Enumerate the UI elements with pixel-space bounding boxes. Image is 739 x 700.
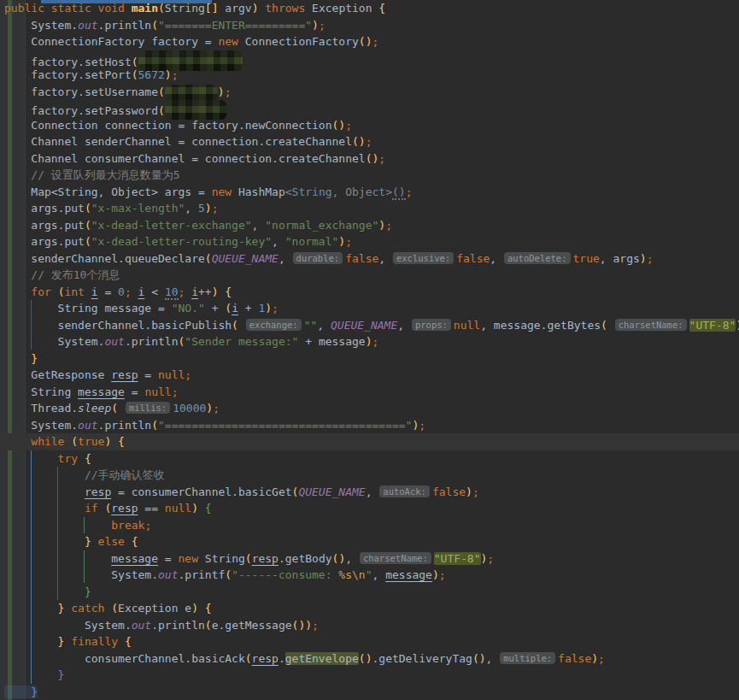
code-token: 5672 xyxy=(138,68,165,81)
code-token: 0 xyxy=(118,285,125,298)
code-token: ) xyxy=(640,252,647,265)
code-line[interactable]: //手动确认签收 xyxy=(0,467,739,484)
code-token: () xyxy=(359,35,372,48)
code-token: int xyxy=(64,285,84,298)
code-line[interactable]: } xyxy=(0,684,739,700)
code-token: , xyxy=(397,319,411,332)
code-token: // 发布10个消息 xyxy=(4,268,120,281)
code-token: ( xyxy=(158,85,165,98)
code-token: ; xyxy=(172,68,179,81)
code-token: ( xyxy=(158,2,165,15)
code-token: sleep xyxy=(78,402,111,415)
code-token: GetResponse xyxy=(4,368,111,381)
code-token: , args xyxy=(600,252,640,265)
code-token: ) xyxy=(366,335,372,348)
code-line[interactable]: } xyxy=(0,667,739,684)
code-token: ) xyxy=(591,652,598,665)
code-token: } xyxy=(4,668,64,681)
code-token: ( xyxy=(245,552,252,565)
code-line[interactable]: } finally { xyxy=(0,633,739,650)
code-line[interactable]: } xyxy=(0,584,739,601)
code-token: "UTF-8" xyxy=(689,319,736,332)
code-token: Map<String, Object> args = xyxy=(4,185,212,198)
code-line[interactable]: Channel consumerChannel = connection.cre… xyxy=(0,150,739,168)
code-token: true xyxy=(78,435,104,448)
code-token: ( xyxy=(225,568,232,581)
code-line[interactable]: factory.setPassword( xyxy=(0,100,739,117)
code-token: Channel consumerChannel = connection.cre… xyxy=(4,152,366,165)
code-line[interactable]: } else { xyxy=(0,533,739,550)
code-line[interactable]: String message = "NO." + (i + 1); xyxy=(0,300,739,317)
code-line[interactable]: System.out.println("====================… xyxy=(0,417,739,434)
code-token xyxy=(607,319,614,332)
code-line[interactable]: Connection connection = factory.newConne… xyxy=(0,117,739,134)
code-line[interactable]: System.out.println("=======ENTER========… xyxy=(0,17,739,34)
code-token: throws xyxy=(258,2,312,15)
code-token: null xyxy=(454,319,480,332)
code-line[interactable]: String message = null; xyxy=(0,384,739,401)
code-token: ( xyxy=(158,104,165,117)
code-token: out xyxy=(78,19,97,32)
code-line[interactable]: if (resp == null) { xyxy=(0,500,739,517)
code-line[interactable]: // 设置队列最大消息数量为5 xyxy=(0,167,739,184)
code-token: () xyxy=(352,135,366,148)
code-line[interactable]: consumerChannel.basicAck(resp.getEnvelop… xyxy=(0,650,739,668)
code-line[interactable]: Channel senderChannel = connection.creat… xyxy=(0,133,739,150)
code-token: argv xyxy=(218,2,251,15)
code-line[interactable]: System.out.printf("------consume: %s\n",… xyxy=(0,567,739,584)
code-token: false xyxy=(432,485,466,498)
code-token: ) xyxy=(312,19,319,32)
code-line[interactable]: System.out.println(e.getMessage()); xyxy=(0,617,739,634)
code-token: , xyxy=(279,252,292,265)
code-token: exclusive: xyxy=(393,252,454,264)
code-line[interactable]: factory.setHost( xyxy=(0,50,739,68)
redacted-mosaic xyxy=(165,85,218,101)
code-token: autoDelete: xyxy=(504,252,571,264)
code-line[interactable]: GetResponse resp = null; xyxy=(0,367,739,384)
code-token: senderChannel.basicPublish xyxy=(4,319,232,332)
code-token: ( xyxy=(85,202,91,215)
code-token: System. xyxy=(4,335,104,348)
code-token: } xyxy=(4,635,71,648)
code-line[interactable]: ConnectionFactory factory = new Connecti… xyxy=(0,33,739,50)
code-token: "------consume: xyxy=(232,568,338,581)
code-token: , xyxy=(366,485,379,498)
code-line[interactable]: factory.setUsername(); xyxy=(0,84,739,101)
code-line[interactable]: try { xyxy=(0,450,739,468)
code-line[interactable]: break; xyxy=(0,517,739,534)
code-token: new xyxy=(212,185,232,198)
code-token: finally xyxy=(71,635,125,648)
code-line[interactable]: args.put("x-max-length", 5); xyxy=(0,200,739,217)
code-token: charsetName: xyxy=(360,552,431,564)
code-token: .println xyxy=(98,19,152,32)
code-line[interactable]: senderChannel.queueDeclare(QUEUE_NAME, d… xyxy=(0,250,739,268)
code-line[interactable]: Map<String, Object> args = new HashMap<S… xyxy=(0,184,739,201)
code-token: millis: xyxy=(126,402,170,414)
code-token: ; xyxy=(647,252,654,265)
code-token: ( xyxy=(111,602,118,615)
code-line[interactable]: args.put("x-dead-letter-exchange", "norm… xyxy=(0,217,739,234)
code-token: true xyxy=(573,252,600,265)
code-token: "" xyxy=(304,319,318,332)
code-line-current[interactable]: while (true) { xyxy=(0,433,739,450)
code-token: "NO." xyxy=(172,302,205,315)
code-line[interactable]: } catch (Exception e) { xyxy=(0,600,739,617)
code-token: } xyxy=(4,602,71,615)
code-line[interactable]: args.put("x-dead-letter-routing-key", "n… xyxy=(0,233,739,250)
code-token: ) xyxy=(338,235,345,248)
code-line[interactable]: Thread.sleep( millis:10000); xyxy=(0,400,739,417)
code-token: ) xyxy=(212,285,219,298)
code-line[interactable]: System.out.println("Sender message:" + m… xyxy=(0,333,739,350)
code-token: ( xyxy=(132,68,138,81)
code-line[interactable]: message = new String(resp.getBody(), cha… xyxy=(0,550,739,568)
code-token: ) xyxy=(191,502,198,515)
code-token: message xyxy=(385,568,432,581)
code-line[interactable]: for (int i = 0; i < 10; i++) { xyxy=(0,284,739,301)
code-token: QUEUE_NAME xyxy=(212,252,279,265)
code-line[interactable]: // 发布10个消息 xyxy=(0,267,739,284)
code-line[interactable]: factory.setPort(5672); xyxy=(0,67,739,84)
code-line[interactable]: senderChannel.basicPublish( exchange:"",… xyxy=(0,317,739,334)
code-line[interactable]: resp = consumerChannel.basicGet(QUEUE_NA… xyxy=(0,484,739,501)
code-token: ) xyxy=(218,85,225,98)
code-line[interactable]: } xyxy=(0,350,739,368)
